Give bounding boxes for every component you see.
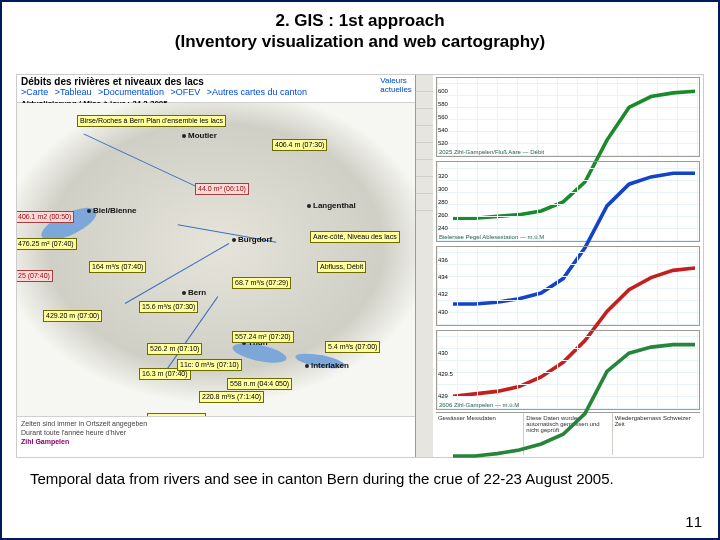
map-callout[interactable]: 557.24 m² (07:20) (232, 331, 294, 343)
toolbar-divider (415, 75, 435, 457)
map-pane: Débits des rivières et niveaux des lacs … (17, 75, 415, 457)
footer-line2: Durant toute l'année heure d'hiver (21, 428, 411, 437)
page-number: 11 (685, 513, 702, 530)
slide: 2. GIS : 1st approach (Inventory visuali… (0, 0, 720, 540)
map-callout[interactable]: Birse/Roches à Bern Plan d'ensemble les … (77, 115, 226, 127)
map-callout[interactable]: Aare-côté, Niveau des lacs (310, 231, 400, 243)
map-relief[interactable]: MoutierBiel/BienneLangenthalBurgdorfBern… (17, 103, 415, 421)
river (83, 133, 210, 193)
map-nav-title: Débits des rivières et niveaux des lacs (21, 76, 411, 87)
city-label: Moutier (182, 131, 217, 140)
map-callout[interactable]: 406.4 m (07:30) (272, 139, 327, 151)
city-label: Interlaken (305, 361, 349, 370)
map-callout[interactable]: 68.7 m³/s (07:29) (232, 277, 291, 289)
heading-line1: 2. GIS : 1st approach (12, 10, 708, 31)
slide-heading: 2. GIS : 1st approach (Inventory visuali… (2, 2, 718, 57)
city-label: Biel/Bienne (87, 206, 137, 215)
map-callout[interactable]: 558 n.m (04:4 050) (227, 378, 292, 390)
map-callout[interactable]: 11c: 0 m³/s (07:10) (177, 359, 242, 371)
city-label: Langenthal (307, 201, 356, 210)
nav-link[interactable]: >Tableau (55, 87, 92, 97)
value-box: Valeurs actuelles (379, 75, 413, 95)
caption: Temporal data from rivers and see in can… (30, 470, 690, 489)
nav-link[interactable]: >Documentation (98, 87, 164, 97)
map-callout[interactable]: 220.8 m³/s (7:1:40) (199, 391, 264, 403)
value-box-l2: actuelles (380, 85, 412, 94)
map-callout[interactable]: Abfluss, Débit (317, 261, 366, 273)
footer-selection: Zihl Gampelen (21, 437, 411, 446)
figure: Débits des rivières et niveaux des lacs … (16, 74, 704, 458)
map-footer: Zeiten sind immer in Ortszeit angegeben … (17, 416, 415, 457)
city-label: Bern (182, 288, 206, 297)
map-callout[interactable]: 476.25 m² (07:40) (17, 238, 77, 250)
charts-pane: 5205405605806002025 Zihl-Gampelen/Fluß A… (433, 75, 703, 457)
map-nav-links: >Carte >Tableau >Documentation >OFEV >Au… (21, 87, 411, 98)
footer-line1: Zeiten sind immer in Ortszeit angegeben (21, 419, 411, 428)
map-callout[interactable]: 406.1 m2 (00:50) (17, 211, 74, 223)
time-series-chart: 429429.54302606 Zihl-Gampelen — m.ü.M (436, 330, 700, 410)
nav-link[interactable]: >OFEV (170, 87, 200, 97)
value-box-l1: Valeurs (380, 76, 412, 85)
map-nav-bar: Débits des rivières et niveaux des lacs … (17, 75, 415, 103)
map-callout[interactable]: 164 m³/s (07:40) (89, 261, 146, 273)
city-label: Burgdorf (232, 235, 272, 244)
river (125, 243, 229, 304)
heading-line2: (Inventory visualization and web cartogr… (12, 31, 708, 52)
map-callout[interactable]: 44.0 m³ (06:10) (195, 183, 249, 195)
nav-link[interactable]: >Autres cartes du canton (207, 87, 307, 97)
map-callout[interactable]: 25 (07:40) (17, 270, 53, 282)
nav-link[interactable]: >Carte (21, 87, 48, 97)
time-series-chart: 430432434436 (436, 246, 700, 326)
time-series-chart: 5205405605806002025 Zihl-Gampelen/Fluß A… (436, 77, 700, 157)
map-callout[interactable]: 15.6 m³/s (07:30) (139, 301, 198, 313)
map-callout[interactable]: 5.4 m³/s (07:00) (325, 341, 380, 353)
chart-title: 2025 Zihl-Gampelen/Fluß Aare — Débit (439, 149, 544, 155)
map-callout[interactable]: 429.20 m (07:00) (43, 310, 102, 322)
map-callout[interactable]: 526.2 m (07:10) (147, 343, 202, 355)
chart-title: 2606 Zihl-Gampelen — m.ü.M (439, 402, 519, 408)
chart-title: Bielersee Pegel Ablesestation — m.ü.M (439, 234, 544, 240)
time-series-chart: 240260280300320Bielersee Pegel Ablesesta… (436, 161, 700, 241)
